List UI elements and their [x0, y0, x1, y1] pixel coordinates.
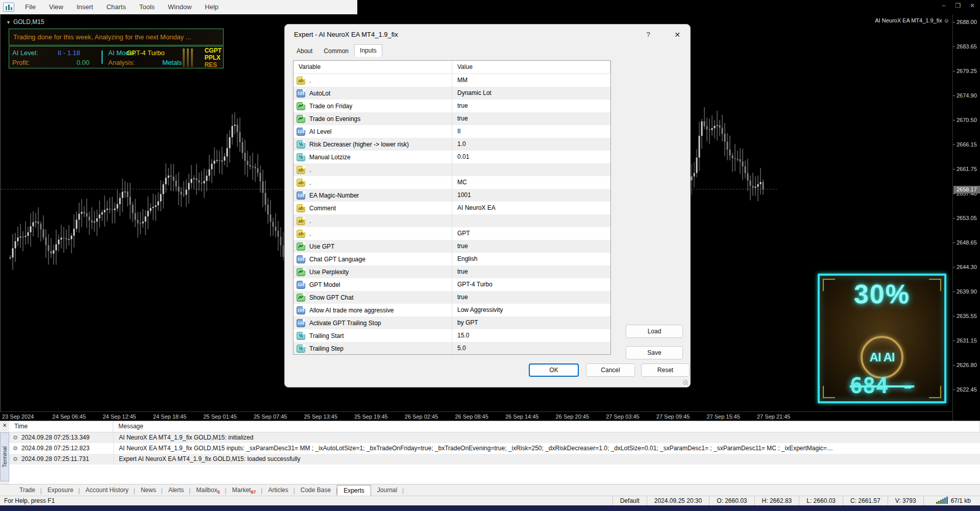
axis-tick [953, 193, 955, 194]
close-button[interactable]: ✕ [968, 1, 977, 10]
deco-bar [183, 48, 185, 67]
param-value[interactable] [452, 163, 610, 176]
param-value[interactable]: II [452, 125, 610, 138]
param-value[interactable]: English [452, 253, 610, 265]
time-axis[interactable]: 23 Sep 202424 Sep 06:4524 Sep 12:4524 Se… [0, 411, 952, 421]
param-value[interactable] [452, 214, 610, 227]
resize-grip[interactable] [683, 380, 688, 385]
table-row[interactable]: 2024.09.28 07:25:12.823AI NeuroX EA MT4_… [9, 443, 980, 454]
terminal-tab-code-base[interactable]: Code Base| [295, 485, 337, 496]
table-row[interactable]: 123AutoLotDynamic Lot [293, 87, 610, 100]
terminal-col-time[interactable]: Time [9, 421, 113, 432]
terminal-tab-journal[interactable]: Journal| [371, 485, 403, 496]
param-name: 123AutoLot [293, 87, 452, 100]
table-row[interactable]: ½Trailing Step5.0 [293, 342, 610, 355]
help-icon[interactable]: ? [642, 29, 654, 41]
table-row[interactable]: Use Perplexitytrue [293, 265, 610, 278]
param-value[interactable]: true [452, 100, 610, 112]
param-value[interactable]: AI NeuroX EA [452, 202, 610, 214]
menu-file[interactable]: File [18, 0, 42, 14]
close-icon[interactable]: ✕ [671, 29, 684, 41]
table-row[interactable]: ½Risk Decreaser (higher -> lower risk)1.… [293, 138, 610, 151]
ok-button[interactable]: OK [529, 363, 579, 377]
profile-selector[interactable]: Default [612, 496, 647, 506]
promo-ai-emblem: AI AI [861, 336, 903, 379]
terminal-tab-alerts[interactable]: Alerts| [162, 485, 190, 496]
load-button[interactable]: Load [626, 325, 683, 338]
param-value[interactable]: MC [452, 176, 610, 189]
table-row[interactable]: Show GPT Chattrue [293, 291, 610, 304]
price-label: 2626.80 [957, 362, 977, 368]
tab-common[interactable]: Common [318, 45, 354, 57]
table-row[interactable]: 2024.09.28 07:25:11.731Expert AI NeuroX … [9, 454, 980, 465]
table-row[interactable]: 2024.09.28 07:25:13.349AI NeuroX EA MT4_… [9, 432, 980, 443]
param-value[interactable]: true [452, 112, 610, 125]
table-row[interactable]: 123EA Magic-Number1001 [293, 189, 610, 202]
dialog-title: Expert - AI NeuroX EA MT4_1.9_fix [294, 31, 398, 38]
tab-about[interactable]: About [291, 45, 318, 57]
tab-inputs[interactable]: Inputs [354, 44, 382, 57]
param-value[interactable]: MM [452, 74, 610, 87]
param-value[interactable]: 0.01 [452, 151, 610, 163]
terminal-tab-mailbox[interactable]: Mailbox5| [190, 485, 226, 496]
terminal-tab-experts[interactable]: Experts [337, 485, 371, 496]
reset-button[interactable]: Reset [641, 363, 690, 377]
terminal-tab-news[interactable]: News| [135, 485, 162, 496]
param-value[interactable]: Low Aggressivity [452, 304, 610, 317]
minimize-button[interactable]: – [939, 1, 948, 10]
table-row[interactable]: 123Chat GPT LanguageEnglish [293, 253, 610, 265]
menu-view[interactable]: View [42, 0, 70, 14]
cancel-button[interactable]: Cancel [586, 363, 635, 377]
ea-name-label[interactable]: AI NeuroX EA MT4_1.9_fix ☺ [875, 17, 949, 23]
table-row[interactable]: Trade on Eveningstrue [293, 112, 610, 125]
terminal-tab-exposure[interactable]: Exposure| [41, 485, 80, 496]
table-row[interactable]: ab.MM [293, 74, 610, 87]
terminal-tab[interactable]: Terminal [0, 432, 9, 481]
axis-tick [953, 22, 955, 22]
menu-tools[interactable]: Tools [133, 0, 161, 14]
param-value[interactable]: 1.0 [452, 138, 610, 151]
price-axis[interactable]: 2688.002683.652679.252674.902670.502666.… [952, 14, 980, 421]
table-row[interactable]: 123Activate GPT Trailing Stopby GPT [293, 317, 610, 329]
terminal-tab-account-history[interactable]: Account History| [80, 485, 135, 496]
table-row[interactable]: abCommentAI NeuroX EA [293, 202, 610, 214]
table-row[interactable]: ½Trailing Start15.0 [293, 329, 610, 342]
param-value[interactable]: 5.0 [452, 342, 610, 355]
chevron-down-icon[interactable]: ▼ [6, 20, 11, 25]
close-icon[interactable]: ✕ [2, 422, 8, 428]
table-row[interactable]: ab. [293, 214, 610, 227]
table-row[interactable]: Trade on Fridaytrue [293, 100, 610, 112]
table-row[interactable]: ab.GPT [293, 227, 610, 240]
param-value[interactable]: true [452, 240, 610, 253]
restore-button[interactable]: ❐ [953, 1, 963, 10]
inputs-table-header: Variable Value [293, 61, 610, 74]
terminal-col-message[interactable]: Message [113, 421, 980, 432]
param-value[interactable]: by GPT [452, 317, 610, 329]
table-row[interactable]: ½Manual Lotzize0.01 [293, 151, 610, 163]
menu-window[interactable]: Window [161, 0, 198, 14]
chart-symbol-label[interactable]: ▼GOLD,M15 [6, 18, 44, 26]
terminal-tab-market[interactable]: Market87| [226, 485, 262, 496]
table-row[interactable]: ab.MC [293, 176, 610, 189]
param-value[interactable]: true [452, 265, 610, 278]
param-value[interactable]: GPT [452, 227, 610, 240]
param-value[interactable]: true [452, 291, 610, 304]
table-row[interactable]: ab. [293, 163, 610, 176]
save-button[interactable]: Save [626, 346, 683, 359]
param-value[interactable]: GPT-4 Turbo [452, 278, 610, 291]
param-value[interactable]: 1001 [452, 189, 610, 202]
table-row[interactable]: 123Allow AI trade more aggressiveLow Agg… [293, 304, 610, 317]
menu-charts[interactable]: Charts [100, 0, 132, 14]
menu-help[interactable]: Help [198, 0, 225, 14]
param-value[interactable]: Dynamic Lot [452, 87, 610, 100]
table-row[interactable]: Use GPTtrue [293, 240, 610, 253]
table-row[interactable]: 123AI LevelII [293, 125, 610, 138]
terminal-tab-trade[interactable]: Trade| [13, 485, 41, 496]
menu-insert[interactable]: Insert [70, 0, 100, 14]
terminal-tab-articles[interactable]: Articles| [262, 485, 294, 496]
param-value[interactable]: 15.0 [452, 329, 610, 342]
param-name: 123Chat GPT Language [293, 253, 452, 265]
table-row[interactable]: 123GPT ModelGPT-4 Turbo [293, 278, 610, 291]
axis-tick [953, 71, 955, 71]
time-label: 24 Sep 06:45 [53, 413, 86, 420]
